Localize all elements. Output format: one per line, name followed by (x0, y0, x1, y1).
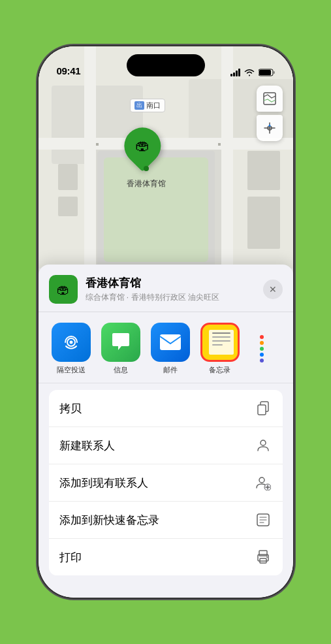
person-icon (254, 436, 272, 455)
dot-purple (260, 359, 264, 362)
app-item-airdrop[interactable]: 隔空投送 (49, 323, 93, 375)
notes-icon (200, 323, 240, 362)
sheet-title-group: 香港体育馆 综合体育馆 · 香港特别行政区 油尖旺区 (86, 276, 263, 303)
svg-rect-20 (264, 93, 276, 105)
messages-label: 信息 (114, 365, 128, 375)
action-print[interactable]: 打印 (49, 539, 283, 575)
action-new-contact[interactable]: 新建联系人 (49, 427, 283, 464)
status-time: 09:41 (57, 65, 81, 76)
map-label-text: 南口 (146, 101, 161, 110)
svg-point-29 (259, 477, 264, 483)
map-type-icon (262, 91, 277, 106)
mail-icon (151, 323, 190, 362)
more-apps-button[interactable] (247, 329, 276, 368)
svg-rect-17 (247, 197, 280, 249)
notes-label: 备忘录 (209, 365, 230, 375)
airdrop-label: 隔空投送 (57, 365, 86, 375)
person-add-icon (254, 474, 272, 492)
svg-rect-27 (258, 405, 266, 415)
messages-svg (110, 332, 132, 353)
svg-rect-14 (58, 164, 78, 190)
app-item-mail[interactable]: 邮件 (148, 323, 193, 375)
notes-lines (209, 330, 234, 355)
direction-badge: 出 (134, 101, 144, 110)
svg-rect-1 (259, 70, 271, 75)
action-new-contact-label: 新建联系人 (59, 438, 115, 453)
wifi-icon (244, 69, 255, 76)
dot-blue (260, 353, 264, 357)
print-icon (254, 548, 272, 566)
pin-label: 香港体育馆 (127, 178, 166, 189)
action-copy-label: 拷贝 (59, 401, 82, 416)
status-icons (230, 69, 275, 76)
more-dots (260, 335, 264, 362)
dynamic-island (127, 54, 205, 76)
svg-rect-25 (160, 334, 181, 350)
pin-dot (144, 166, 149, 171)
dot-red (260, 335, 264, 339)
compass-icon (263, 121, 276, 135)
map-label-chip: 出 南口 (130, 99, 165, 112)
sheet-venue-icon: 🏟 (49, 275, 78, 304)
svg-rect-15 (58, 197, 78, 216)
apps-row: 隔空投送 信息 (39, 312, 293, 383)
sheet-title: 香港体育馆 (86, 276, 263, 291)
bottom-sheet: 🏟 香港体育馆 综合体育馆 · 香港特别行政区 油尖旺区 ✕ (39, 265, 293, 598)
svg-rect-19 (218, 143, 221, 146)
app-item-notes[interactable]: 备忘录 (198, 323, 242, 375)
location-button[interactable] (257, 115, 283, 141)
action-copy[interactable]: 拷贝 (49, 390, 283, 427)
action-add-to-contact[interactable]: 添加到现有联系人 (49, 464, 283, 502)
action-print-label: 打印 (59, 550, 82, 565)
location-pin: 🏟 香港体育馆 (127, 131, 166, 189)
svg-rect-16 (247, 151, 280, 190)
battery-icon (259, 69, 275, 76)
note-icon (254, 511, 272, 529)
svg-rect-32 (259, 551, 267, 556)
svg-rect-18 (96, 143, 99, 146)
app-item-messages[interactable]: 信息 (99, 323, 143, 375)
airdrop-icon (52, 323, 91, 362)
sheet-header: 🏟 香港体育馆 综合体育馆 · 香港特别行政区 油尖旺区 ✕ (39, 265, 293, 312)
action-quick-note-label: 添加到新快速备忘录 (59, 513, 159, 528)
map-btn-group (257, 86, 283, 141)
map-type-button[interactable] (257, 86, 283, 112)
copy-icon (254, 399, 272, 417)
phone-frame: 09:41 (39, 46, 293, 598)
close-icon: ✕ (269, 284, 277, 295)
mail-label: 邮件 (163, 365, 178, 375)
sheet-subtitle: 综合体育馆 · 香港特别行政区 油尖旺区 (86, 292, 263, 303)
dot-orange (260, 341, 264, 345)
dot-green (260, 347, 264, 351)
pin-icon: 🏟 (135, 137, 150, 154)
svg-point-24 (69, 341, 72, 344)
signal-icon (230, 69, 240, 76)
mail-svg (159, 333, 182, 351)
svg-point-35 (266, 556, 268, 558)
phone-screen: 09:41 (39, 46, 293, 598)
airdrop-svg (61, 332, 82, 353)
svg-point-28 (260, 440, 266, 445)
messages-icon (101, 323, 140, 362)
sheet-icon-emoji: 🏟 (57, 282, 70, 297)
svg-rect-2 (274, 71, 275, 74)
svg-rect-8 (39, 138, 293, 150)
action-list: 拷贝 新建联系人 (49, 390, 283, 575)
action-quick-note[interactable]: 添加到新快速备忘录 (49, 502, 283, 539)
action-add-contact-label: 添加到现有联系人 (59, 475, 148, 491)
sheet-close-button[interactable]: ✕ (263, 280, 283, 299)
